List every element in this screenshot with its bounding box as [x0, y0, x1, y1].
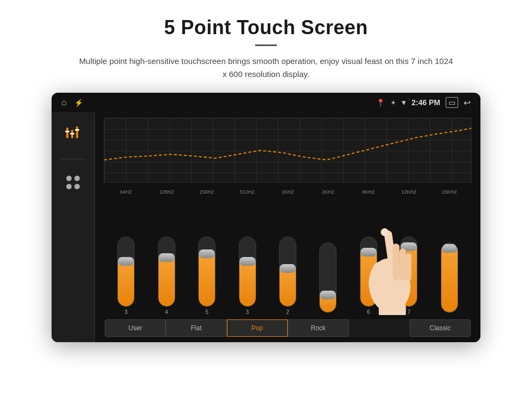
slider-fill-128hz: [159, 258, 175, 306]
svg-rect-5: [75, 129, 79, 131]
preset-classic-button[interactable]: Classic: [410, 319, 471, 337]
freq-label-1khz: 1KHZ: [271, 189, 304, 195]
dots-grid: [66, 176, 80, 189]
slider-handle-256hz[interactable]: [199, 249, 215, 258]
slider-128hz: 4: [158, 236, 175, 315]
slider-fill-8khz: [360, 252, 377, 306]
eq-graph: [104, 118, 472, 183]
freq-label-8khz: 8KHZ: [352, 189, 385, 195]
slider-1khz: 2: [279, 236, 296, 315]
location-icon: 📍: [376, 99, 385, 107]
eq-icon-svg: [64, 123, 83, 143]
dots-sidebar-icon[interactable]: [66, 176, 80, 189]
slider-track-64hz[interactable]: [117, 236, 135, 307]
slider-256hz: 5: [198, 236, 216, 315]
eq-area: 64HZ 128HZ 256HZ 512HZ 1KHZ 2KHZ 8KHZ 12…: [95, 112, 480, 342]
preset-buttons: User Flat Pop Rock Classic: [104, 319, 472, 337]
slider-value-12khz: 7: [408, 309, 411, 315]
svg-rect-2: [76, 126, 78, 138]
slider-track-15khz[interactable]: [441, 242, 458, 313]
slider-12khz: 7: [400, 236, 417, 315]
status-bar: ⌂ ⚡ 📍 ✦ ▾ 2:46 PM ▭ ↩: [52, 93, 480, 112]
freq-label-512hz: 512HZ: [231, 189, 264, 195]
slider-track-12khz[interactable]: [400, 236, 417, 307]
subtitle: Multiple point high-sensitive touchscree…: [76, 55, 456, 81]
slider-value-512hz: 3: [246, 309, 249, 315]
slider-track-512hz[interactable]: [239, 236, 256, 307]
device-frame: ⌂ ⚡ 📍 ✦ ▾ 2:46 PM ▭ ↩: [52, 93, 480, 342]
slider-track-2khz[interactable]: [319, 242, 337, 313]
eq-sliders-row: 3 4 5: [104, 197, 472, 315]
slider-fill-15khz: [441, 248, 458, 312]
slider-handle-128hz[interactable]: [159, 253, 175, 262]
preset-user-button[interactable]: User: [105, 319, 166, 337]
page-title: 5 Point Touch Screen: [164, 16, 368, 39]
slider-track-256hz[interactable]: [198, 236, 216, 307]
slider-handle-8khz[interactable]: [360, 248, 377, 256]
frequency-labels: 64HZ 128HZ 256HZ 512HZ 1KHZ 2KHZ 8KHZ 12…: [104, 189, 472, 195]
freq-label-64hz: 64HZ: [110, 189, 142, 195]
freq-label-15khz: 15KHZ: [433, 189, 466, 195]
slider-2khz: [319, 242, 337, 315]
freq-label-128hz: 128HZ: [150, 189, 183, 195]
slider-track-1khz[interactable]: [279, 236, 296, 307]
eq-sidebar-icon[interactable]: [64, 123, 83, 143]
svg-rect-3: [65, 131, 69, 132]
preset-empty-button: [349, 319, 409, 337]
freq-label-256hz: 256HZ: [191, 189, 223, 195]
slider-handle-512hz[interactable]: [239, 257, 256, 266]
slider-value-128hz: 4: [165, 309, 168, 315]
slider-handle-64hz[interactable]: [118, 257, 134, 266]
status-left: ⌂ ⚡: [61, 98, 83, 107]
home-icon: ⌂: [61, 98, 67, 107]
eq-curve-svg: [104, 118, 471, 183]
slider-512hz: 3: [239, 236, 256, 315]
back-icon: ↩: [464, 98, 471, 108]
freq-label-2khz: 2KHZ: [312, 189, 344, 195]
slider-track-8khz[interactable]: [360, 236, 377, 307]
main-area: 64HZ 128HZ 256HZ 512HZ 1KHZ 2KHZ 8KHZ 12…: [52, 112, 480, 342]
wifi-icon: ▾: [402, 98, 406, 107]
slider-value-256hz: 5: [205, 309, 208, 315]
slider-value-1khz: 2: [286, 309, 289, 315]
preset-flat-button[interactable]: Flat: [166, 319, 226, 337]
sidebar: [52, 112, 95, 342]
dot-1: [66, 176, 72, 181]
slider-fill-12khz: [401, 247, 417, 306]
freq-label-12khz: 12KHZ: [392, 189, 425, 195]
slider-handle-1khz[interactable]: [280, 264, 296, 273]
slider-fill-512hz: [239, 261, 256, 306]
status-time: 2:46 PM: [411, 98, 440, 107]
preset-pop-button[interactable]: Pop: [227, 319, 288, 337]
dot-3: [66, 184, 72, 189]
slider-64hz: 3: [117, 236, 135, 315]
slider-fill-1khz: [280, 268, 296, 306]
dot-4: [74, 184, 80, 189]
svg-rect-0: [66, 127, 68, 138]
slider-fill-64hz: [118, 261, 134, 306]
slider-value-64hz: 3: [124, 309, 128, 315]
sidebar-divider: [60, 159, 86, 159]
preset-rock-button[interactable]: Rock: [288, 319, 349, 337]
slider-handle-2khz[interactable]: [320, 291, 336, 299]
svg-rect-4: [70, 133, 74, 134]
bluetooth-icon: ✦: [390, 99, 396, 107]
slider-fill-256hz: [199, 254, 215, 306]
slider-15khz: [441, 242, 458, 315]
slider-handle-12khz[interactable]: [401, 242, 417, 251]
slider-value-8khz: 6: [367, 309, 370, 315]
usb-icon: ⚡: [74, 99, 83, 107]
title-divider: [255, 44, 277, 46]
slider-track-128hz[interactable]: [158, 236, 175, 307]
battery-icon: ▭: [446, 97, 458, 108]
slider-handle-15khz[interactable]: [441, 244, 458, 253]
slider-8khz: 6: [360, 236, 377, 315]
status-right: 📍 ✦ ▾ 2:46 PM ▭ ↩: [376, 97, 471, 108]
dot-2: [74, 176, 80, 181]
